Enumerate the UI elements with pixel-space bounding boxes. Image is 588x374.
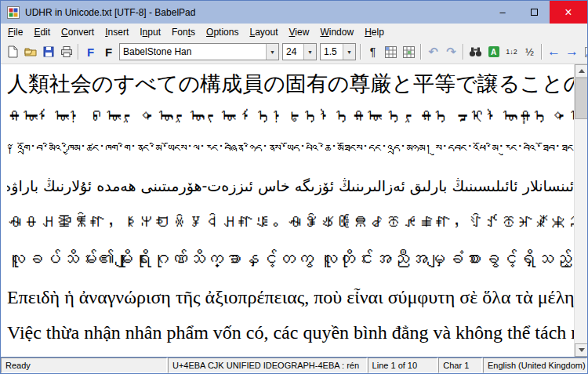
menu-help[interactable]: Help	[359, 25, 390, 39]
scroll-up-button[interactable]	[575, 64, 588, 78]
editor-area: 人類社会のすべての構成員の固有の尊厳と平等で譲ることのできない権利とを承認するこ…	[1, 64, 587, 358]
minimize-button[interactable]: –	[487, 1, 518, 24]
chevron-down-icon[interactable]: ▼	[303, 44, 316, 60]
navigate-back-button[interactable]: ←	[545, 43, 563, 61]
text-line-greek[interactable]: Επειδὴ ἡ ἀναγνώριση τῆς ἀξιοπρέπειας, πο…	[7, 279, 574, 315]
dropdown-glyph: ▼	[270, 49, 275, 55]
fraction-button[interactable]: ½	[521, 43, 539, 61]
back-arrow-icon: ←	[547, 44, 561, 60]
text-line-japanese[interactable]: 人類社会のすべての構成員の固有の尊厳と平等で譲ることのできない権利とを承認するこ…	[7, 67, 574, 100]
babelpad-logo-icon	[7, 6, 20, 19]
font-size-value: 24	[283, 46, 303, 57]
open-button[interactable]	[21, 43, 39, 61]
statusbar: Ready U+4EBA CJK UNIFIED IDEOGRAPH-4EBA …	[1, 358, 587, 373]
toolbar-separator	[463, 44, 464, 60]
forward-arrow-icon: →	[565, 44, 579, 60]
glyph-map-button[interactable]	[400, 43, 418, 61]
text-line-myanmar[interactable]: လူခပ်သိမ်း၏မျိုးရိုးဂုဏ်သိက္ခာနှင့်တကွ လ…	[7, 238, 574, 279]
pilcrow-button[interactable]: ¶	[364, 43, 382, 61]
maximize-button[interactable]	[518, 1, 550, 24]
line-spacing-value: 1.5	[321, 46, 343, 57]
text-line-mongolian[interactable]: ᠬᠦᠮᠦᠨ ᠪᠦᠷ ᠲᠥᠷᠥᠵᠦ ᠮᠡᠨᠳᠡᠯᠡᠬᠦ ᠡᠷᠬᠡ ᠴᠢᠯᠥᠭᠡ ᠲ…	[7, 100, 574, 132]
dropdown-glyph: ▼	[307, 49, 313, 55]
text-line-vietnamese[interactable]: Việc thừa nhận nhân phẩm vốn có, các quy…	[7, 315, 574, 350]
menu-fonts[interactable]: Fonts	[166, 25, 201, 39]
open-folder-icon	[24, 45, 37, 58]
status-line-info: Line 1 of 10	[368, 358, 438, 373]
menu-insert[interactable]: Insert	[100, 25, 134, 39]
scrollbar-thumb[interactable]	[575, 78, 588, 119]
input-method-button[interactable]: A	[485, 43, 503, 61]
menu-input[interactable]: Input	[134, 25, 166, 39]
toolbar-separator	[541, 44, 543, 60]
redo-button[interactable]: ↷	[442, 43, 460, 61]
toolbar-separator	[420, 44, 422, 60]
menu-layout[interactable]: Layout	[244, 25, 283, 39]
font-list-button[interactable]: F	[82, 43, 100, 61]
menu-convert[interactable]: Convert	[56, 25, 100, 39]
input-method-icon: A	[488, 46, 499, 57]
print-icon	[60, 45, 73, 58]
save-floppy-icon	[42, 45, 55, 58]
titlebar[interactable]: UDHR in Unicode.txt [UTF-8] - BabelPad –…	[1, 1, 587, 24]
menubar: FileEditConvertInsertInputFontsOptionsLa…	[1, 24, 587, 40]
font-styles-icon: F	[105, 45, 112, 59]
jump-to-position-icon	[584, 46, 588, 58]
babelpad-window: UDHR in Unicode.txt [UTF-8] - BabelPad –…	[0, 0, 588, 374]
scroll-down-button[interactable]	[575, 343, 588, 357]
redo-icon: ↷	[446, 45, 456, 59]
pilcrow-icon: ¶	[370, 45, 376, 58]
status-char-position: Char 1	[438, 358, 482, 373]
undo-button[interactable]: ↶	[424, 43, 442, 61]
close-button[interactable]: ×	[550, 1, 587, 24]
chevron-down-icon[interactable]: ▼	[343, 44, 355, 60]
line-spacing-combobox[interactable]: 1.5 ▼	[320, 43, 356, 60]
chevron-down-icon[interactable]: ▼	[266, 44, 278, 60]
toolbar-separator	[78, 44, 79, 60]
toolbar: F F BabelStone Han ▼ 24 ▼ 1.5 ▼ ¶ ↶ ↷	[1, 40, 587, 64]
print-button[interactable]	[57, 43, 75, 61]
text-line-tibetan[interactable]: ༈ འགྲོ་བ་མིའི་ཁྱིམ་ཚང་ཁག་གི་ནང་མི་ཡོངས་ལ…	[7, 132, 574, 168]
toolbar-separator	[360, 44, 361, 60]
new-document-button[interactable]	[3, 43, 21, 61]
jump-to-position-button[interactable]	[581, 43, 588, 61]
font-list-icon: F	[87, 45, 94, 59]
goto-line-button[interactable]: 1↓2	[503, 43, 521, 61]
menu-edit[interactable]: Edit	[28, 25, 56, 39]
window-title: UDHR in Unicode.txt [UTF-8] - BabelPad	[25, 7, 195, 18]
menu-window[interactable]: Window	[314, 25, 359, 39]
text-line-yi[interactable]: ꊿꂷꃅꄿꐨꐥ，ꌅꅍꀂꏽꐯꒈꃅꐥꌐ。ꊿꊇꉪꍆꌋꆀꁨꉌꑌꐥ，ꄷꀋꁨꂛꊨꅫꃀꃅꐥꄡꑟ。	[7, 204, 574, 238]
font-name-combobox[interactable]: BabelStone Han ▼	[119, 43, 279, 60]
save-button[interactable]	[39, 43, 57, 61]
menu-view[interactable]: View	[284, 25, 315, 39]
font-name-value: BabelStone Han	[120, 46, 266, 57]
character-map-button[interactable]	[382, 43, 400, 61]
menu-file[interactable]: File	[2, 25, 28, 39]
status-character-info: U+4EBA CJK UNIFIED IDEOGRAPH-4EBA : rén	[168, 358, 367, 373]
find-button[interactable]	[466, 43, 485, 61]
goto-line-icon: 1↓2	[506, 48, 517, 56]
vertical-scrollbar[interactable]	[574, 64, 587, 357]
character-grid-icon	[385, 46, 397, 58]
text-area[interactable]: 人類社会のすべての構成員の固有の尊厳と平等で譲ることのできない権利とを承認するこ…	[1, 64, 574, 357]
navigate-forward-button[interactable]: →	[563, 43, 581, 61]
font-size-combobox[interactable]: 24 ▼	[282, 43, 317, 60]
triangle-down-icon	[579, 348, 585, 352]
status-ready: Ready	[1, 358, 167, 373]
text-line-uyghur[interactable]: ئىنسانلار ئائىلىسىنىڭ بارلىق ئەزالىرىنىڭ…	[7, 168, 574, 204]
font-styles-button[interactable]: F	[100, 43, 118, 61]
undo-icon: ↶	[428, 45, 438, 59]
app-icon	[6, 5, 20, 20]
status-language: English (United Kingdom)	[483, 358, 587, 373]
maximize-icon	[531, 9, 538, 16]
fraction-icon: ½	[525, 46, 534, 58]
close-icon: ×	[564, 5, 572, 20]
menu-options[interactable]: Options	[201, 25, 244, 39]
minimize-icon: –	[499, 6, 505, 18]
new-document-icon	[6, 45, 19, 58]
triangle-up-icon	[579, 69, 585, 73]
dropdown-glyph: ▼	[347, 49, 352, 55]
binoculars-find-icon	[469, 46, 482, 57]
glyph-grid-icon	[403, 46, 415, 58]
